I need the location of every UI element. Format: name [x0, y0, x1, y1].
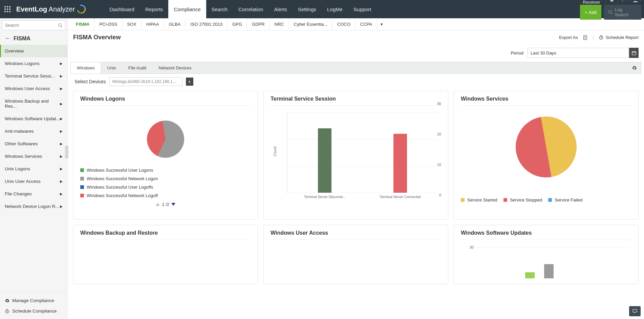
- sidebar-item-unix-logons[interactable]: Unix Logons▶: [0, 163, 67, 175]
- nav-search[interactable]: Search: [206, 0, 233, 18]
- log-search-button[interactable]: Log Search: [604, 5, 641, 20]
- device-tab-file-audit[interactable]: File Audit: [122, 62, 152, 73]
- subtab-ccpa[interactable]: CCPA: [356, 19, 377, 30]
- divider: [605, 0, 606, 3]
- sidebar-item-overview[interactable]: Overview: [0, 45, 67, 57]
- device-tabs-settings-icon[interactable]: [628, 63, 641, 73]
- pager-prev-icon[interactable]: [156, 203, 160, 206]
- sidebar-item-windows-backup-and-res-[interactable]: Windows Backup and Res...▶: [0, 95, 67, 112]
- add-button[interactable]: +Add: [580, 5, 601, 20]
- bar: [544, 264, 554, 278]
- subtab-gpg[interactable]: GPG: [228, 19, 247, 30]
- subtab-hipaa[interactable]: HIPAA: [142, 19, 164, 30]
- user-menu-icon[interactable]: ▾: [631, 0, 643, 5]
- schedule-report-label: Schedule Report: [606, 35, 639, 40]
- subtab-pci-dss[interactable]: PCI-DSS: [94, 19, 122, 30]
- app-launcher-icon[interactable]: [0, 0, 15, 18]
- y-tick: 30: [470, 245, 474, 249]
- sidebar-item-terminal-service-sessi-[interactable]: Terminal Service Sessi...▶: [0, 70, 67, 82]
- chevron-right-icon: ▶: [60, 74, 63, 78]
- card-windows-services: Windows Services Service StartedService …: [454, 91, 639, 219]
- subtab-coco[interactable]: COCO: [332, 19, 356, 30]
- sidebar-bottom: Manage ComplianceSchedule Compliance: [0, 292, 67, 319]
- nav-dashboard[interactable]: Dashboard: [104, 0, 139, 18]
- subtab-cyber-essentia-[interactable]: Cyber Essentia...: [289, 19, 332, 30]
- device-tab-windows[interactable]: Windows: [71, 62, 101, 73]
- nav-reports[interactable]: Reports: [140, 0, 169, 18]
- sidebar-item-windows-user-access[interactable]: Windows User Access▶: [0, 82, 67, 95]
- nav-support[interactable]: Support: [348, 0, 377, 18]
- sidebar-item-label: Unix User Access: [5, 179, 41, 184]
- period-select[interactable]: Last 30 Days: [528, 48, 629, 58]
- sidebar-bottom-manage-compliance[interactable]: Manage Compliance: [0, 295, 67, 306]
- subtab-sox[interactable]: SOX: [122, 19, 141, 30]
- sidebar-item-windows-services[interactable]: Windows Services▶: [0, 150, 67, 163]
- sidebar-item-label: Windows Services: [5, 154, 42, 159]
- card-windows-logons: Windows Logons Windows Successful User L…: [73, 91, 258, 219]
- export-as-link[interactable]: Export As: [559, 35, 578, 40]
- subtab-more-icon[interactable]: ▾: [377, 19, 386, 29]
- topbar-right: Log Receiver 3 ? ▾ ▾ +Add Log Search: [580, 0, 644, 18]
- subtab-glba[interactable]: GLBA: [164, 19, 186, 30]
- device-tab-network-devices[interactable]: Network Devices: [152, 62, 198, 73]
- chat-fab-icon[interactable]: [629, 306, 641, 316]
- log-receiver-link[interactable]: Log Receiver: [580, 0, 604, 7]
- legend-label: Windows Successful Network Logoff: [87, 193, 158, 198]
- bar: [525, 272, 535, 278]
- grid-line: [476, 247, 628, 248]
- logo-text-strong: EventLog: [16, 5, 47, 13]
- legend-item: Service Stopped: [503, 196, 542, 204]
- period-row: Period Last 30 Days: [68, 45, 644, 62]
- logo-text-light: Analyzer: [47, 5, 75, 13]
- help-icon[interactable]: ? ▾: [619, 0, 628, 5]
- sidebar-item-unix-user-access[interactable]: Unix User Access▶: [0, 175, 67, 188]
- export-as-label: Export As: [559, 35, 578, 40]
- panel-resize-grip[interactable]: [65, 146, 68, 158]
- sidebar-item-label: Anti-malwares: [5, 129, 34, 134]
- sidebar-item-windows-logons[interactable]: Windows Logons▶: [0, 57, 67, 70]
- legend-swatch: [461, 198, 465, 202]
- export-pdf-icon[interactable]: [583, 35, 588, 40]
- select-devices-input[interactable]: Winlogs,itsl360-2k19-1,192.168.1...: [109, 77, 183, 86]
- legend-item: Windows Successful User Logoffs: [80, 183, 158, 191]
- sidebar-item-other-softwares[interactable]: Other Softwares▶: [0, 137, 67, 150]
- label: Schedule Compliance: [12, 309, 57, 314]
- bar: [393, 134, 407, 193]
- pager-next-icon[interactable]: [171, 203, 175, 206]
- sidebar-search-input[interactable]: [2, 20, 65, 30]
- nav-alerts[interactable]: Alerts: [269, 0, 292, 18]
- sidebar-item-anti-malwares[interactable]: Anti-malwares▶: [0, 125, 67, 137]
- notification-bell-icon[interactable]: 3: [607, 0, 617, 4]
- x-tick: Terminal Server Connected: [378, 195, 422, 199]
- divider: [618, 0, 618, 3]
- card-title: Windows User Access: [271, 230, 441, 240]
- subtab-iso-27001-2013[interactable]: ISO 27001:2013: [186, 19, 228, 30]
- nav-settings[interactable]: Settings: [293, 0, 322, 18]
- subtab-gdpr[interactable]: GDPR: [247, 19, 270, 30]
- back-arrow-icon[interactable]: ←: [5, 35, 11, 42]
- legend-label: Windows Successful User Logoffs: [87, 185, 153, 190]
- nav-correlation[interactable]: Correlation: [233, 0, 269, 18]
- sidebar-bottom-schedule-compliance[interactable]: Schedule Compliance: [0, 306, 67, 316]
- sidebar-item-network-device-logon-r-[interactable]: Network Device Logon R...▶: [0, 200, 67, 213]
- sidebar-item-label: Network Device Logon R...: [5, 204, 59, 209]
- chevron-right-icon: ▶: [60, 142, 63, 146]
- subtab-nrc[interactable]: NRC: [270, 19, 289, 30]
- page-header: FISMA Overview Export As | Schedule Repo…: [68, 30, 644, 45]
- sidebar-item-file-changes[interactable]: File Changes▶: [0, 188, 67, 200]
- page-title: FISMA Overview: [73, 34, 121, 41]
- nav-compliance[interactable]: Compliance: [168, 0, 206, 18]
- main-area: FISMAPCI-DSSSOXHIPAAGLBAISO 27001:2013GP…: [68, 18, 644, 319]
- subtab-fisma[interactable]: FISMA: [71, 19, 94, 30]
- card-windows-backup: Windows Backup and Restore: [73, 225, 258, 284]
- schedule-report-link[interactable]: Schedule Report: [599, 35, 639, 40]
- nav-logme[interactable]: LogMe: [322, 0, 348, 18]
- add-device-button[interactable]: +: [186, 78, 193, 86]
- card-windows-user-access: Windows User Access: [263, 225, 448, 284]
- calendar-icon: [631, 50, 637, 56]
- device-tab-unix[interactable]: Unix: [101, 62, 122, 73]
- x-tick: Terminal Server Disconne...: [303, 195, 347, 199]
- calendar-button[interactable]: [629, 48, 639, 58]
- sidebar-item-windows-software-updat-[interactable]: Windows Software Updat...▶: [0, 112, 67, 125]
- legend-swatch: [80, 194, 84, 197]
